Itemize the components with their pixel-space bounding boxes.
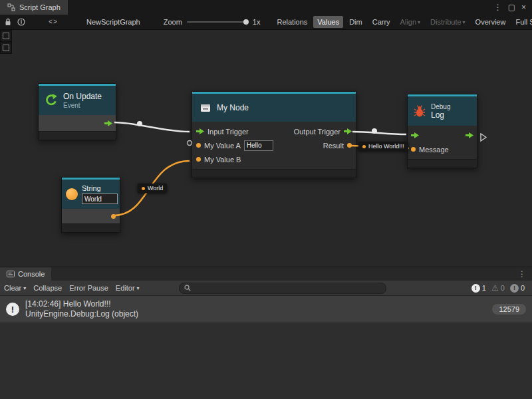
distribute-button[interactable]: Distribute ▾ bbox=[426, 16, 469, 28]
panel-icon bbox=[3, 33, 9, 39]
graph-canvas[interactable]: On Update Event My Node bbox=[0, 30, 532, 267]
wire-value-badge-hello-world: Hello World!!! bbox=[358, 142, 408, 151]
port-label: My Value A bbox=[204, 142, 241, 150]
value-a-literal-input[interactable] bbox=[244, 140, 273, 151]
wire-value-text: World bbox=[148, 185, 163, 192]
editor-label: Editor bbox=[116, 284, 135, 292]
info-log-icon: ! bbox=[6, 303, 19, 316]
node-title: String bbox=[82, 184, 118, 192]
my-node[interactable]: My Node Input Trigger Output Trigger bbox=[192, 91, 356, 178]
tab-console[interactable]: Console bbox=[0, 267, 51, 281]
port-row: My Value B bbox=[192, 152, 356, 166]
error-pause-button[interactable]: Error Pause bbox=[69, 284, 108, 292]
value-b-port[interactable] bbox=[196, 157, 201, 162]
close-icon[interactable]: × bbox=[521, 3, 526, 12]
log-entry-line1: [14:02:46] Hello World!!! bbox=[25, 299, 138, 309]
value-dot-icon bbox=[142, 187, 145, 190]
inspector-toggle[interactable] bbox=[0, 30, 12, 42]
update-loop-icon bbox=[44, 93, 59, 108]
node-title: My Node bbox=[217, 103, 249, 112]
string-value-input[interactable] bbox=[82, 194, 118, 204]
output-trigger-port[interactable] bbox=[344, 128, 352, 134]
kebab-menu-icon[interactable]: ⋮ bbox=[512, 267, 532, 281]
blackboard-toggle[interactable] bbox=[0, 42, 12, 54]
panel-icon bbox=[3, 45, 9, 51]
values-button[interactable]: Values bbox=[313, 16, 343, 28]
editor-button[interactable]: Editor ▾ bbox=[116, 284, 140, 292]
result-port[interactable] bbox=[347, 143, 352, 148]
flow-wire-onupdate-to-mynode[interactable] bbox=[114, 122, 190, 132]
graph-toolbar: <> NewScriptGraph Zoom 1x Relations Valu… bbox=[0, 15, 532, 30]
console-log-area[interactable]: ! [14:02:46] Hello World!!! UnityEngine.… bbox=[0, 296, 532, 399]
error-count: 0 bbox=[521, 284, 525, 292]
console-icon bbox=[7, 271, 15, 277]
warning-count: 0 bbox=[501, 284, 505, 292]
carry-button[interactable]: Carry bbox=[368, 16, 394, 28]
log-entry-count-badge: 12579 bbox=[492, 304, 526, 315]
message-port[interactable] bbox=[411, 147, 416, 152]
port-row bbox=[408, 128, 477, 142]
zoom-slider[interactable] bbox=[187, 21, 248, 23]
unity-editor-window: Script Graph ⋮ ▢ × <> NewScriptGraph Zoo… bbox=[0, 0, 532, 399]
edit-code-icon[interactable]: <> bbox=[49, 19, 58, 26]
info-icon[interactable] bbox=[17, 18, 25, 26]
kebab-menu-icon[interactable]: ⋮ bbox=[494, 3, 502, 12]
align-button[interactable]: Align ▾ bbox=[396, 16, 424, 28]
flow-output-port[interactable] bbox=[104, 120, 112, 126]
relations-button[interactable]: Relations bbox=[273, 16, 311, 28]
node-footer bbox=[192, 169, 356, 178]
maximize-icon[interactable]: ▢ bbox=[508, 3, 515, 12]
console-search[interactable] bbox=[179, 283, 386, 294]
info-count-toggle[interactable]: ! 1 bbox=[471, 284, 486, 293]
flow-pulse-dot bbox=[372, 128, 377, 134]
node-footer bbox=[408, 159, 477, 168]
distribute-label: Distribute bbox=[430, 18, 461, 26]
debug-log-node[interactable]: Debug Log Message bbox=[407, 94, 477, 168]
chevron-down-icon: ▾ bbox=[463, 19, 466, 25]
flow-wire-mynode-to-debug[interactable] bbox=[352, 132, 406, 134]
error-count-toggle[interactable]: ! 0 bbox=[510, 284, 525, 293]
warning-icon: ⚠ bbox=[491, 284, 499, 292]
clear-button[interactable]: Clear ▾ bbox=[4, 284, 26, 292]
collapse-button[interactable]: Collapse bbox=[33, 284, 62, 292]
zoom-slider-knob[interactable] bbox=[243, 19, 249, 25]
on-update-event-node[interactable]: On Update Event bbox=[38, 83, 116, 140]
console-tab-bar: Console ⋮ bbox=[0, 267, 532, 281]
align-label: Align bbox=[400, 18, 416, 26]
zoom-control: Zoom 1x bbox=[164, 18, 261, 26]
warning-count-toggle[interactable]: ⚠ 0 bbox=[491, 284, 505, 292]
node-title: On Update bbox=[63, 92, 102, 101]
flow-output-port[interactable] bbox=[466, 132, 473, 138]
node-header-text: On Update Event bbox=[63, 92, 102, 109]
lock-icon[interactable] bbox=[5, 18, 11, 26]
value-a-port[interactable] bbox=[196, 143, 201, 148]
port-label: Result bbox=[323, 142, 344, 150]
input-trigger-port[interactable] bbox=[196, 128, 204, 134]
log-entry[interactable]: ! [14:02:46] Hello World!!! UnityEngine.… bbox=[0, 296, 532, 323]
chevron-down-icon: ▾ bbox=[23, 285, 26, 291]
search-input[interactable] bbox=[194, 283, 381, 293]
console-counts: ! 1 ⚠ 0 ! 0 bbox=[471, 284, 528, 293]
dim-button[interactable]: Dim bbox=[345, 16, 366, 28]
port-row: Message bbox=[408, 142, 477, 156]
search-icon bbox=[184, 285, 191, 291]
string-output-port[interactable] bbox=[111, 214, 116, 219]
port-label: Input Trigger bbox=[207, 128, 249, 136]
wire-value-text: Hello World!!! bbox=[368, 143, 404, 150]
zoom-label: Zoom bbox=[164, 18, 182, 26]
window-controls: ⋮ ▢ × bbox=[494, 0, 532, 15]
my-node-icon bbox=[199, 101, 212, 114]
overview-button[interactable]: Overview bbox=[471, 16, 510, 28]
chevron-down-icon: ▾ bbox=[137, 285, 140, 291]
flow-pulse-dot bbox=[137, 121, 142, 126]
node-footer bbox=[39, 131, 116, 140]
string-icon bbox=[66, 188, 78, 200]
tab-script-graph[interactable]: Script Graph bbox=[0, 0, 68, 15]
port-label: My Value B bbox=[204, 156, 241, 164]
port-row: My Value A Result bbox=[192, 138, 356, 152]
tab-title: Script Graph bbox=[19, 3, 61, 11]
port-label: Output Trigger bbox=[294, 128, 340, 136]
flow-input-port[interactable] bbox=[411, 132, 419, 138]
fullscreen-button[interactable]: Full S bbox=[511, 16, 532, 28]
string-literal-node[interactable]: String bbox=[61, 177, 120, 233]
